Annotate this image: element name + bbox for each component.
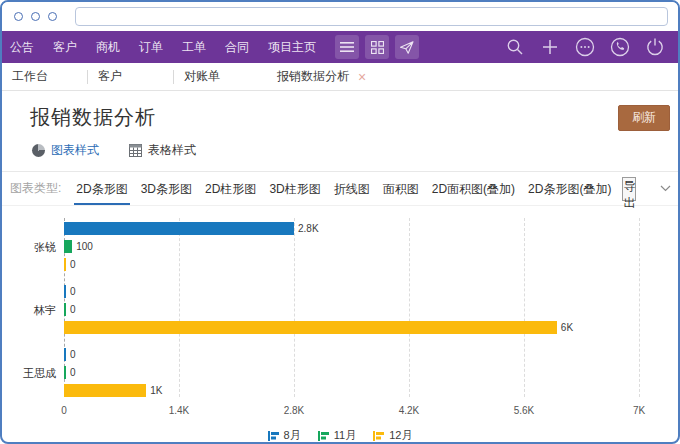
bar-value-label: 100 (76, 241, 93, 252)
legend-item[interactable]: 8月 (268, 428, 301, 443)
chart-section: 张锐2.8K1000林宇006K王思成001K 01.4K2.8K4.2K5.6… (2, 206, 678, 443)
bar-8月[interactable] (64, 348, 66, 361)
bar-group: 张锐2.8K1000 (64, 222, 639, 271)
nav-item-customer[interactable]: 客户 (53, 39, 77, 56)
legend-flag-icon (318, 430, 329, 442)
bar-value-label: 1K (150, 385, 162, 396)
x-tick-label: 5.6K (514, 405, 535, 416)
x-tick-label: 2.8K (284, 405, 305, 416)
phone-icon (610, 37, 630, 57)
view-toggle: 图表样式 表格样式 (2, 140, 678, 172)
legend-label: 12月 (389, 428, 412, 443)
chart-legend: 8月11月12月 (2, 428, 678, 443)
bar-11月[interactable] (64, 240, 72, 253)
address-input[interactable] (75, 7, 668, 26)
plot-area: 张锐2.8K1000林宇006K王思成001K (64, 222, 639, 397)
bar-value-label: 0 (70, 286, 76, 297)
window-control-dot-3[interactable] (48, 12, 57, 21)
nav-item-announcement[interactable]: 公告 (10, 39, 34, 56)
bar-8月[interactable] (64, 222, 294, 235)
bar-11月[interactable] (64, 303, 66, 316)
paper-plane-icon (400, 41, 414, 54)
chevron-down-icon (660, 185, 671, 192)
chart-type-bar: 图表类型: 2D条形图 3D条形图 2D柱形图 3D柱形图 折线图 面积图 2D… (2, 172, 678, 206)
more-button[interactable] (574, 36, 596, 58)
bar-row: 0 (64, 258, 639, 271)
tab-label: 报销数据分析 (277, 68, 349, 85)
category-label: 林宇 (4, 302, 56, 317)
legend-label: 8月 (284, 428, 301, 443)
bar-12月[interactable] (64, 258, 66, 271)
tab-workbench[interactable]: 工作台 (2, 68, 87, 85)
refresh-button[interactable]: 刷新 (618, 105, 670, 131)
bar-row: 6K (64, 321, 639, 334)
window-control-dot-2[interactable] (31, 12, 40, 21)
logout-button[interactable] (644, 36, 666, 58)
chart-type-3d-bar[interactable]: 3D条形图 (139, 172, 194, 205)
legend-item[interactable]: 12月 (373, 428, 412, 443)
nav-item-workorder[interactable]: 工单 (182, 39, 206, 56)
window-control-dot-1[interactable] (14, 12, 23, 21)
app-window: 公告 客户 商机 订单 工单 合同 项目主页 (0, 0, 680, 444)
x-tick-label: 0 (61, 405, 67, 416)
category-label: 王思成 (4, 365, 56, 380)
nav-item-contract[interactable]: 合同 (225, 39, 249, 56)
legend-flag-icon (268, 430, 279, 442)
category-label: 张锐 (4, 239, 56, 254)
chart-type-label: 图表类型: (10, 180, 61, 197)
grid-apps-icon (371, 41, 384, 54)
chart-type-2d-bar-stacked[interactable]: 2D条形图(叠加) (526, 172, 613, 205)
bar-8月[interactable] (64, 285, 66, 298)
chart-type-2d-column[interactable]: 2D柱形图 (203, 172, 258, 205)
tab-customer[interactable]: 客户 (88, 68, 173, 85)
chart-type-area[interactable]: 面积图 (381, 172, 421, 205)
phone-button[interactable] (609, 36, 631, 58)
chart-type-2d-bar[interactable]: 2D条形图 (74, 172, 129, 205)
table-icon (129, 144, 142, 157)
close-tab-icon[interactable]: × (358, 70, 366, 84)
pie-chart-icon (32, 144, 45, 157)
chart-type-2d-area-stacked[interactable]: 2D面积图(叠加) (430, 172, 517, 205)
bar-value-label: 0 (70, 259, 76, 270)
bar-row: 0 (64, 303, 639, 316)
bar-row: 1K (64, 384, 639, 397)
bar-row: 0 (64, 366, 639, 379)
bar-value-label: 0 (70, 349, 76, 360)
browser-bar (2, 2, 678, 31)
bar-12月[interactable] (64, 384, 146, 397)
bar-11月[interactable] (64, 366, 66, 379)
hamburger-icon (340, 42, 354, 52)
apps-button[interactable] (365, 35, 389, 59)
tab-statement[interactable]: 对账单 (174, 68, 259, 85)
collapse-button[interactable] (660, 185, 671, 192)
view-option-table[interactable]: 表格样式 (129, 142, 196, 159)
chart-type-line[interactable]: 折线图 (332, 172, 372, 205)
menu-button[interactable] (335, 35, 359, 59)
tab-expense-analysis-active[interactable]: 报销数据分析 × (259, 68, 376, 85)
chart-type-3d-column[interactable]: 3D柱形图 (267, 172, 322, 205)
bar-value-label: 0 (70, 367, 76, 378)
nav-item-opportunity[interactable]: 商机 (96, 39, 120, 56)
send-button[interactable] (395, 35, 419, 59)
search-button[interactable] (504, 36, 526, 58)
bar-row: 100 (64, 240, 639, 253)
bar-value-label: 2.8K (298, 223, 319, 234)
ellipsis-circle-icon (575, 37, 595, 57)
add-button[interactable] (539, 36, 561, 58)
x-tick-label: 1.4K (169, 405, 190, 416)
tab-strip: 工作台 客户 对账单 报销数据分析 × (2, 63, 678, 91)
legend-label: 11月 (334, 428, 356, 443)
search-icon (506, 38, 524, 56)
view-option-label: 表格样式 (148, 142, 196, 159)
bar-12月[interactable] (64, 321, 557, 334)
bar-group: 林宇006K (64, 285, 639, 334)
view-option-chart[interactable]: 图表样式 (32, 142, 99, 159)
legend-item[interactable]: 11月 (318, 428, 356, 443)
nav-item-order[interactable]: 订单 (139, 39, 163, 56)
main-nav: 公告 客户 商机 订单 工单 合同 项目主页 (2, 31, 678, 63)
nav-item-project-home[interactable]: 项目主页 (268, 39, 316, 56)
power-icon (645, 37, 665, 57)
plus-icon (542, 39, 558, 55)
export-button[interactable]: 导出 (622, 177, 636, 201)
bar-row: 0 (64, 348, 639, 361)
